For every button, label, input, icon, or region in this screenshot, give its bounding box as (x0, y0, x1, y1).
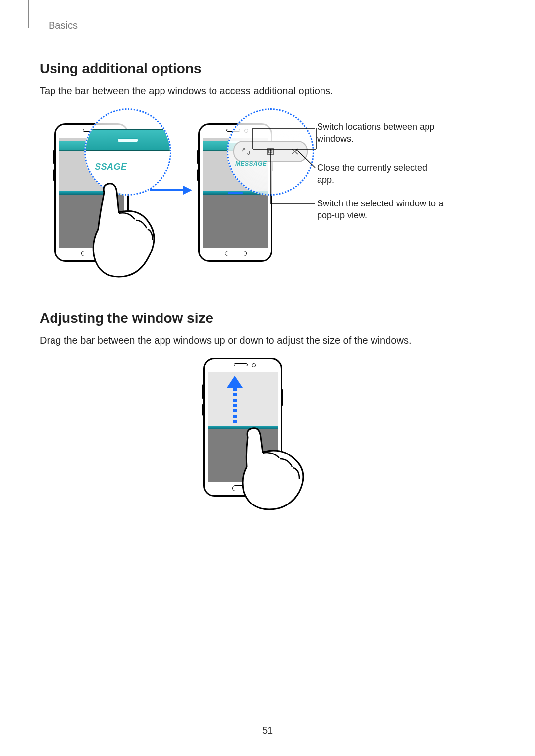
magnified-text-right: MESSAGE (235, 160, 267, 167)
breadcrumb: Basics (49, 20, 495, 31)
arrow-right-icon (149, 183, 193, 200)
close-app-icon (289, 146, 300, 157)
header-rule (28, 0, 29, 28)
svg-rect-3 (269, 150, 272, 153)
section-body-using-options: Tap the bar between the app windows to a… (40, 84, 495, 98)
callout-swap-windows: Switch locations between app windows. (317, 121, 466, 145)
callout-popup-view: Switch the selected window to a pop-up v… (317, 198, 456, 222)
section-body-adjust-size: Drag the bar between the app windows up … (40, 333, 495, 347)
svg-marker-11 (227, 376, 243, 388)
svg-rect-2 (267, 148, 273, 154)
section-title-adjust-size: Adjusting the window size (40, 310, 495, 326)
page-number: 51 (0, 725, 535, 736)
hand-drag-illustration (228, 412, 327, 523)
figure-adjust-size (40, 358, 495, 502)
section-title-using-options: Using additional options (40, 61, 495, 77)
figure-using-options: SSAGE (40, 108, 495, 297)
split-view-options-bar (233, 141, 308, 162)
svg-marker-1 (183, 186, 192, 195)
swap-windows-icon (241, 146, 252, 157)
magnified-text-left: SSAGE (95, 162, 127, 172)
magnifier-right: MESSAGE (227, 108, 314, 196)
callout-close-app: Close the currently selected app. (317, 162, 446, 186)
popup-view-icon (265, 146, 276, 157)
manual-page: Basics Using additional options Tap the … (0, 0, 535, 756)
